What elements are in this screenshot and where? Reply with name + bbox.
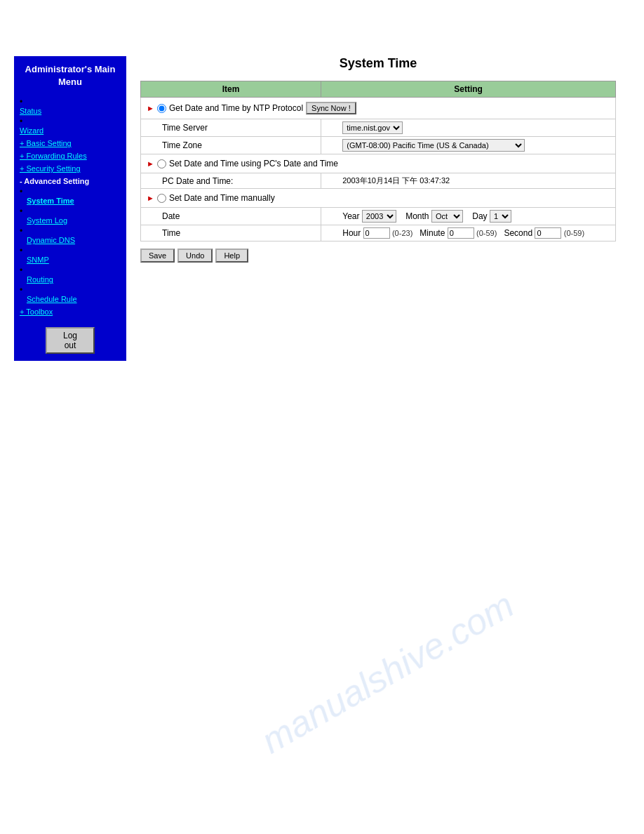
hour-input[interactable] — [363, 227, 390, 239]
minute-input[interactable] — [448, 227, 474, 239]
undo-button[interactable]: Undo — [177, 249, 213, 263]
arrow-icon-2: ► — [147, 159, 154, 168]
sidebar-section-forwarding[interactable]: + Forwarding Rules — [20, 152, 121, 160]
time-label: Time — [162, 228, 225, 238]
hour-label: Hour — [342, 228, 361, 238]
day-label: Day — [472, 211, 487, 221]
page-title: System Time — [140, 56, 616, 71]
pc-datetime-label: PC Date and Time: — [162, 176, 233, 186]
table-row-section2: ► Set Date and Time using PC's Date and … — [141, 154, 616, 173]
radio-ntp[interactable] — [157, 104, 166, 113]
sidebar-sub-schedule-rule[interactable]: Schedule Rule — [27, 295, 121, 303]
sidebar-sub-snmp[interactable]: SNMP — [27, 256, 121, 264]
settings-table: Item Setting ► Get Date and Time by NTP … — [140, 81, 616, 241]
sidebar-item-status[interactable]: Status — [20, 107, 121, 115]
pc-datetime-value: 2003年10月14日 下午 03:47:32 — [342, 176, 450, 185]
date-label: Date — [162, 211, 225, 221]
section1-label: Get Date and Time by NTP Protocol — [169, 103, 303, 113]
table-row-section3: ► Set Date and Time manually — [141, 189, 616, 208]
action-row: Save Undo Help — [140, 249, 616, 263]
radio-pc[interactable] — [157, 159, 166, 168]
sidebar-section-basic[interactable]: + Basic Setting — [20, 139, 121, 147]
table-row-section1: ► Get Date and Time by NTP Protocol Sync… — [141, 98, 616, 119]
sidebar: Administrator's Main Menu •Status •Wizar… — [14, 56, 126, 361]
table-row-time-server: Time Server time.nist.gov pool.ntp.org — [141, 119, 616, 137]
col-header-setting: Setting — [321, 81, 616, 98]
col-header-item: Item — [141, 81, 321, 98]
section3-label: Set Date and Time manually — [169, 193, 275, 203]
arrow-icon-1: ► — [147, 104, 154, 112]
sync-now-button[interactable]: Sync Now ! — [306, 102, 356, 114]
sidebar-title: Administrator's Main Menu — [20, 63, 121, 88]
sidebar-sub-system-time[interactable]: System Time — [27, 197, 121, 205]
help-button[interactable]: Help — [215, 249, 248, 263]
second-input[interactable] — [535, 227, 561, 239]
year-label: Year — [342, 211, 359, 221]
minute-range: (0-59) — [476, 229, 497, 237]
month-label: Month — [405, 211, 429, 221]
sidebar-sub-routing[interactable]: Routing — [27, 275, 121, 284]
time-server-select[interactable]: time.nist.gov pool.ntp.org — [342, 121, 403, 134]
sidebar-section-security[interactable]: + Security Setting — [20, 164, 121, 173]
table-row-time: Time Hour (0-23) Minute (0-59) Second ( — [141, 225, 616, 241]
time-zone-label: Time Zone — [162, 140, 225, 150]
radio-manual[interactable] — [157, 194, 166, 203]
sidebar-item-wizard[interactable]: Wizard — [20, 126, 121, 135]
sidebar-sub-system-log[interactable]: System Log — [27, 216, 121, 225]
table-row-time-zone: Time Zone (GMT-08:00) Pacific Time (US &… — [141, 137, 616, 154]
arrow-icon-3: ► — [147, 194, 154, 202]
hour-range: (0-23) — [392, 229, 412, 237]
year-select[interactable]: 2003 2004 2005 — [362, 210, 396, 223]
minute-label: Minute — [420, 228, 445, 238]
second-label: Second — [504, 228, 532, 238]
sidebar-section-advanced[interactable]: - Advanced Setting — [20, 177, 121, 185]
sidebar-sub-dynamic-dns[interactable]: Dynamic DNS — [27, 236, 121, 244]
save-button[interactable]: Save — [140, 249, 175, 263]
main-content: System Time Item Setting ► Get Date and … — [126, 56, 630, 263]
time-zone-select[interactable]: (GMT-08:00) Pacific Time (US & Canada) (… — [342, 139, 525, 152]
day-select[interactable]: 1234 567 — [490, 210, 511, 223]
section2-label: Set Date and Time using PC's Date and Ti… — [169, 159, 338, 168]
table-row-date: Date Year 2003 2004 2005 Month JanFebMar… — [141, 208, 616, 225]
time-server-label: Time Server — [162, 123, 225, 133]
month-select[interactable]: JanFebMarApr MayJunJulAug SepOctNovDec — [431, 210, 463, 223]
second-range: (0-59) — [564, 229, 584, 237]
logout-button[interactable]: Log out — [46, 327, 95, 354]
table-row-pc-datetime: PC Date and Time: 2003年10月14日 下午 03:47:3… — [141, 173, 616, 189]
sidebar-section-toolbox[interactable]: + Toolbox — [20, 307, 121, 316]
